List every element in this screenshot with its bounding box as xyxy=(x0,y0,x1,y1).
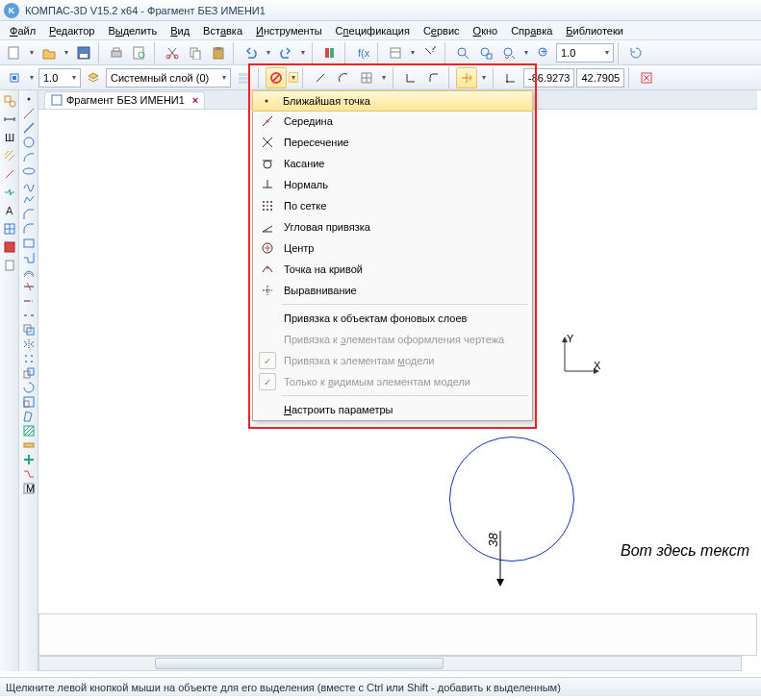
local-cs-dropdown[interactable]: ▾ xyxy=(479,73,489,82)
spec-tool[interactable] xyxy=(1,238,18,256)
geometry-tool[interactable] xyxy=(1,92,18,110)
new-dropdown[interactable]: ▾ xyxy=(27,48,37,57)
snap-alignment[interactable]: Выравнивание xyxy=(253,280,532,301)
refresh-button[interactable] xyxy=(625,42,647,63)
break-line-tool[interactable] xyxy=(22,309,36,322)
trim-tool[interactable] xyxy=(22,280,36,293)
chamfer-tool[interactable] xyxy=(22,208,36,221)
offset-tool[interactable] xyxy=(22,323,36,337)
circle-tool[interactable] xyxy=(22,136,36,149)
equidistant-tool[interactable] xyxy=(22,265,36,279)
redo-dropdown[interactable]: ▾ xyxy=(298,48,308,57)
zoom-dynamic-button[interactable] xyxy=(498,42,520,63)
table-tool[interactable] xyxy=(1,220,18,238)
polyline-tool[interactable] xyxy=(22,193,36,207)
menu-edit[interactable]: Редактор xyxy=(43,23,100,38)
anchor-dropdown[interactable]: ▾ xyxy=(27,73,37,82)
fillet-tool[interactable] xyxy=(22,222,36,236)
undo-dropdown[interactable]: ▾ xyxy=(264,48,273,57)
zoom-dropdown[interactable]: ▾ xyxy=(521,48,531,57)
zoom-all-button[interactable] xyxy=(452,42,473,63)
spline-tool[interactable] xyxy=(22,179,36,192)
break-view-tool[interactable] xyxy=(22,467,36,481)
open-dropdown[interactable]: ▾ xyxy=(62,48,71,57)
menu-window[interactable]: Окно xyxy=(468,23,504,38)
snap-toggle-button[interactable] xyxy=(266,67,287,88)
menu-view[interactable]: Вид xyxy=(165,23,195,38)
rotate-tool[interactable] xyxy=(22,381,36,394)
snap-intersection[interactable]: Пересечение xyxy=(253,132,532,153)
snap-tangent[interactable]: Касание xyxy=(253,153,532,174)
save-button[interactable] xyxy=(73,42,94,63)
zoom-prev-button[interactable]: + xyxy=(533,42,554,63)
ortho-button[interactable] xyxy=(400,67,421,88)
snap-angle[interactable]: Угловая привязка xyxy=(253,216,532,238)
axis-tool[interactable] xyxy=(1,165,18,183)
notation-tool[interactable]: Ш xyxy=(1,129,18,146)
hatch-tool-2[interactable] xyxy=(22,424,36,438)
properties-button[interactable] xyxy=(385,42,406,63)
menu-file[interactable]: Файл xyxy=(4,23,41,38)
menu-tools[interactable]: Инструменты xyxy=(250,23,328,38)
menu-spec[interactable]: Спецификация xyxy=(330,23,416,38)
aux-line-tool[interactable] xyxy=(22,107,36,120)
scale-tool[interactable] xyxy=(22,395,36,409)
dimension-tool[interactable] xyxy=(1,111,18,128)
snap-grid[interactable]: По сетке xyxy=(253,195,532,216)
coord-x-field[interactable]: -86.9273 xyxy=(523,68,574,88)
ellipse-tool[interactable] xyxy=(22,164,36,178)
snap-nearest-point[interactable]: Ближайшая точка xyxy=(252,90,533,112)
menu-insert[interactable]: Вставка xyxy=(197,23,248,38)
document-tab[interactable]: Фрагмент БЕЗ ИМЕНИ1 × xyxy=(44,91,205,109)
zoom-combo[interactable]: 1.0 ▾ xyxy=(556,43,614,62)
cut-button[interactable] xyxy=(162,42,183,63)
mirror-tool[interactable] xyxy=(22,338,36,351)
lib-button[interactable] xyxy=(319,42,341,63)
break-tool[interactable] xyxy=(1,184,18,201)
copy-button[interactable] xyxy=(185,42,206,63)
snap-center[interactable]: Центр xyxy=(253,238,532,259)
coord-y-field[interactable]: 42.7905 xyxy=(576,68,624,88)
layer-combo[interactable]: Системный слой (0) ▾ xyxy=(106,68,231,88)
end-button[interactable] xyxy=(636,67,657,88)
macro-tool[interactable]: M xyxy=(22,482,36,495)
local-cs-button[interactable] xyxy=(456,67,477,88)
rect-tool[interactable] xyxy=(22,237,36,250)
layer-button[interactable] xyxy=(83,67,104,88)
arc-tool-2[interactable] xyxy=(22,150,36,163)
round-button[interactable] xyxy=(423,67,444,88)
open-button[interactable] xyxy=(38,42,60,63)
redo-button[interactable] xyxy=(275,42,296,63)
snap-configure[interactable]: Настроить параметры xyxy=(253,399,532,420)
zoom-window-button[interactable] xyxy=(475,42,496,63)
insert-tool[interactable] xyxy=(22,453,36,466)
paste-button[interactable] xyxy=(208,42,229,63)
deform-tool[interactable] xyxy=(22,410,36,423)
array-tool[interactable] xyxy=(22,352,36,365)
hatch-tool[interactable] xyxy=(1,147,18,164)
report-tool[interactable] xyxy=(1,257,18,274)
vars-button[interactable]: f(x) xyxy=(352,42,373,63)
print-button[interactable] xyxy=(106,42,127,63)
scale-combo[interactable]: 1.0 ▾ xyxy=(38,68,81,88)
line-tool-button[interactable] xyxy=(310,67,331,88)
preview-button[interactable] xyxy=(129,42,150,63)
arc-tool-button[interactable] xyxy=(333,67,354,88)
undo-button[interactable] xyxy=(241,42,262,63)
horizontal-scrollbar[interactable] xyxy=(38,656,742,671)
new-button[interactable] xyxy=(4,42,25,63)
segment-tool[interactable] xyxy=(22,121,36,135)
menu-select[interactable]: Выделить xyxy=(102,23,163,38)
scrollbar-thumb[interactable] xyxy=(155,658,444,669)
help-arrow-button[interactable]: ? xyxy=(419,42,441,63)
text-tool[interactable]: A xyxy=(1,202,18,219)
snap-point-on-curve[interactable]: Точка на кривой xyxy=(253,259,532,280)
measurement-tool[interactable] xyxy=(22,438,36,452)
snap-dropdown[interactable]: ▾ xyxy=(289,72,298,83)
snap-normal[interactable]: Нормаль xyxy=(253,174,532,195)
layers-list-button[interactable] xyxy=(233,67,254,88)
menu-libs[interactable]: Библиотеки xyxy=(560,23,629,38)
grid-dropdown[interactable]: ▾ xyxy=(379,73,389,82)
menu-help[interactable]: Справка xyxy=(505,23,558,38)
autocontour-tool[interactable] xyxy=(22,251,36,264)
